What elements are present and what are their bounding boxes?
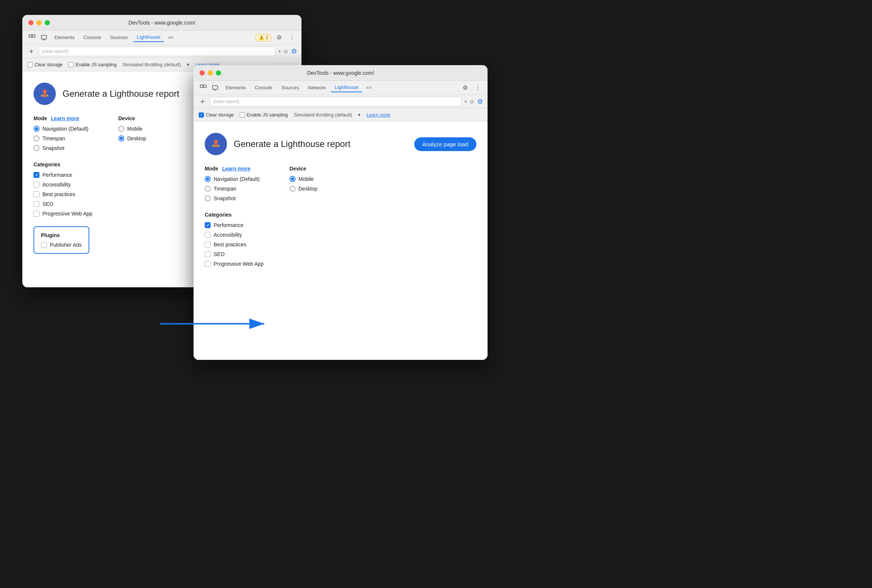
device-mobile-1[interactable]: Mobile bbox=[119, 126, 146, 132]
tab-console-2[interactable]: Console bbox=[251, 83, 276, 92]
clear-storage-checkbox-1[interactable] bbox=[27, 62, 33, 68]
new-tab-btn-2[interactable]: + bbox=[198, 98, 207, 105]
clear-storage-text-1: Clear storage bbox=[35, 62, 63, 68]
enable-js-checkbox-1[interactable] bbox=[69, 62, 74, 68]
throttle-caret-1[interactable]: ▾ bbox=[187, 62, 189, 68]
window-title-1: DevTools - www.google.com/ bbox=[128, 20, 195, 26]
address-dropdown-2[interactable]: ▾ bbox=[464, 99, 467, 104]
learn-more-link-2[interactable]: Learn more bbox=[366, 112, 390, 118]
mode-snapshot-2[interactable]: Snapshot bbox=[205, 195, 260, 201]
cancel-btn-1[interactable]: ⊘ bbox=[284, 48, 288, 54]
cat-pwa-cb-1[interactable] bbox=[33, 211, 39, 217]
mode-navigation-radio-1[interactable] bbox=[33, 126, 39, 132]
analyze-page-load-button[interactable]: Analyze page load bbox=[414, 137, 476, 151]
clear-storage-checkbox-2[interactable] bbox=[199, 112, 204, 118]
gear-icon-blue-1[interactable]: ⚙ bbox=[291, 47, 297, 56]
cat-best-practices-2[interactable]: Best practices bbox=[205, 242, 476, 248]
cancel-btn-2[interactable]: ⊘ bbox=[470, 99, 474, 105]
device-desktop-1[interactable]: Desktop bbox=[119, 135, 146, 141]
clear-storage-label-1[interactable]: Clear storage bbox=[27, 62, 63, 68]
maximize-button-2[interactable] bbox=[216, 70, 221, 75]
cat-performance-2[interactable]: Performance bbox=[205, 222, 476, 228]
svg-rect-0 bbox=[29, 34, 32, 37]
plugin-publisher-ads-cb-1[interactable] bbox=[41, 242, 47, 248]
maximize-button-1[interactable] bbox=[45, 20, 50, 25]
traffic-lights-1 bbox=[28, 20, 50, 25]
mode-snapshot-1[interactable]: Snapshot bbox=[33, 145, 89, 151]
more-icon-2[interactable]: ⋮ bbox=[473, 82, 483, 93]
mode-timespan-radio-1[interactable] bbox=[33, 135, 39, 141]
address-dropdown-1[interactable]: ▾ bbox=[278, 49, 281, 54]
close-button-2[interactable] bbox=[200, 70, 205, 75]
tab-sources-2[interactable]: Sources bbox=[278, 83, 303, 92]
cat-best-practices-cb-1[interactable] bbox=[33, 191, 39, 197]
device-mobile-radio-2[interactable] bbox=[290, 176, 296, 182]
section-row-mode-2: Mode Learn more Navigation (Default) Tim… bbox=[205, 166, 476, 201]
toolbar-icons-2: ⚙ ⋮ bbox=[460, 82, 483, 93]
minimize-button-2[interactable] bbox=[208, 70, 213, 75]
warning-badge-1[interactable]: ⚠️ 2 bbox=[255, 34, 272, 41]
cat-seo-cb-1[interactable] bbox=[33, 201, 39, 207]
more-icon-1[interactable]: ⋮ bbox=[287, 32, 297, 43]
tab-sources-1[interactable]: Sources bbox=[107, 33, 132, 42]
tab-more-2[interactable]: >> bbox=[363, 83, 374, 92]
minimize-button-1[interactable] bbox=[36, 20, 42, 25]
mode-learn-more-1[interactable]: Learn more bbox=[51, 116, 79, 122]
plugin-publisher-ads-1[interactable]: Publisher Ads bbox=[41, 242, 82, 248]
tab-more-1[interactable]: >> bbox=[166, 33, 176, 42]
address-input-1[interactable]: (new report) bbox=[39, 46, 275, 56]
throttle-caret-2[interactable]: ▾ bbox=[358, 112, 361, 118]
lighthouse-logo-2 bbox=[205, 133, 227, 155]
tabs-bar-1: Elements Console Sources Lighthouse >> ⚠… bbox=[23, 30, 302, 45]
inspector-icon-2[interactable] bbox=[198, 82, 209, 93]
settings-icon-1[interactable]: ⚙ bbox=[274, 32, 284, 43]
close-button-1[interactable] bbox=[28, 20, 33, 25]
device-mobile-2[interactable]: Mobile bbox=[290, 176, 317, 182]
device-icon-2[interactable] bbox=[210, 82, 220, 93]
cat-accessibility-2[interactable]: Accessibility bbox=[205, 232, 476, 238]
cat-accessibility-cb-2[interactable] bbox=[205, 232, 211, 238]
tab-elements-1[interactable]: Elements bbox=[51, 33, 78, 42]
gear-icon-blue-2[interactable]: ⚙ bbox=[477, 98, 483, 106]
svg-rect-2 bbox=[41, 35, 47, 39]
mode-snapshot-radio-2[interactable] bbox=[205, 195, 211, 201]
device-mobile-radio-1[interactable] bbox=[119, 126, 124, 132]
tab-network-2[interactable]: Network bbox=[305, 83, 330, 92]
mode-label-1: Mode Learn more bbox=[33, 116, 89, 122]
clear-storage-label-2[interactable]: Clear storage bbox=[199, 112, 234, 118]
cat-performance-cb-1[interactable] bbox=[33, 172, 39, 178]
mode-learn-more-2[interactable]: Learn more bbox=[222, 166, 251, 171]
tab-lighthouse-1[interactable]: Lighthouse bbox=[133, 33, 165, 42]
cat-performance-cb-2[interactable] bbox=[205, 222, 211, 228]
mode-navigation-2[interactable]: Navigation (Default) bbox=[205, 176, 260, 182]
device-desktop-radio-2[interactable] bbox=[290, 186, 296, 192]
mode-timespan-2[interactable]: Timespan bbox=[205, 186, 260, 192]
cat-accessibility-cb-1[interactable] bbox=[33, 182, 39, 188]
report-title-1: Generate a Lighthouse report bbox=[63, 88, 179, 99]
device-desktop-2[interactable]: Desktop bbox=[290, 186, 317, 192]
tab-elements-2[interactable]: Elements bbox=[222, 83, 249, 92]
cat-best-practices-cb-2[interactable] bbox=[205, 242, 211, 248]
cat-pwa-cb-2[interactable] bbox=[205, 261, 211, 267]
device-icon-1[interactable] bbox=[39, 32, 49, 43]
tab-console-1[interactable]: Console bbox=[80, 33, 105, 42]
enable-js-text-2: Enable JS sampling bbox=[247, 112, 288, 118]
cat-seo-cb-2[interactable] bbox=[205, 251, 211, 257]
tabs-bar-2: Elements Console Sources Network Lightho… bbox=[194, 81, 488, 95]
device-desktop-radio-1[interactable] bbox=[119, 135, 124, 141]
enable-js-checkbox-2[interactable] bbox=[240, 112, 245, 118]
new-tab-btn-1[interactable]: + bbox=[27, 48, 36, 55]
mode-timespan-1[interactable]: Timespan bbox=[33, 135, 89, 141]
address-input-2[interactable]: (new report) bbox=[210, 97, 461, 106]
mode-navigation-radio-2[interactable] bbox=[205, 176, 211, 182]
cat-pwa-2[interactable]: Progressive Web App bbox=[205, 261, 476, 267]
mode-navigation-1[interactable]: Navigation (Default) bbox=[33, 126, 89, 132]
tab-lighthouse-2[interactable]: Lighthouse bbox=[331, 83, 362, 92]
enable-js-label-2[interactable]: Enable JS sampling bbox=[240, 112, 288, 118]
settings-icon-2[interactable]: ⚙ bbox=[460, 82, 470, 93]
mode-timespan-radio-2[interactable] bbox=[205, 186, 211, 192]
enable-js-label-1[interactable]: Enable JS sampling bbox=[69, 62, 117, 68]
inspector-icon-1[interactable] bbox=[27, 32, 37, 43]
mode-snapshot-radio-1[interactable] bbox=[33, 145, 39, 151]
cat-seo-2[interactable]: SEO bbox=[205, 251, 476, 257]
